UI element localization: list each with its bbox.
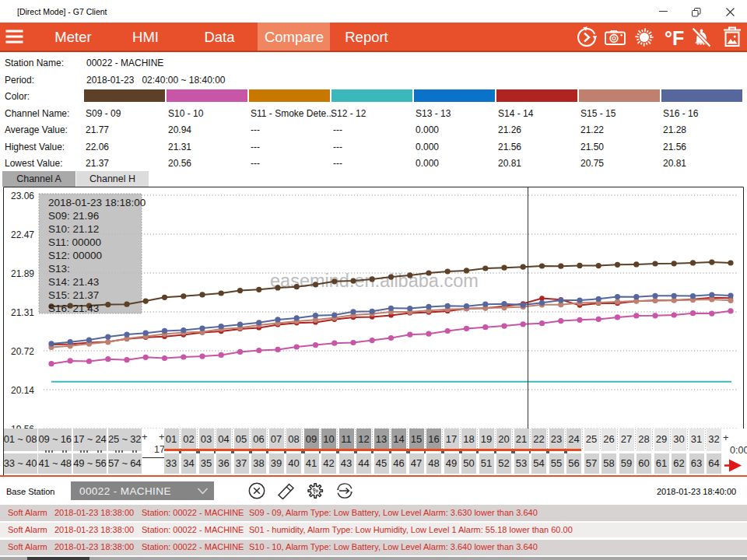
svg-text:22.47: 22.47 <box>11 229 34 240</box>
svg-text:20.72: 20.72 <box>11 346 34 357</box>
svg-text:21.31: 21.31 <box>11 307 34 318</box>
svg-text:S12: 00000: S12: 00000 <box>48 250 102 261</box>
svg-text:21.89: 21.89 <box>11 268 34 279</box>
svg-text:20.14: 20.14 <box>11 385 34 396</box>
svg-text:S14: 21.43: S14: 21.43 <box>48 276 99 288</box>
svg-text:S10: 21.12: S10: 21.12 <box>48 223 99 235</box>
svg-text:S09: 21.96: S09: 21.96 <box>48 210 99 222</box>
svg-text:S11: 00000: S11: 00000 <box>48 236 101 248</box>
svg-text:S15: 21.37: S15: 21.37 <box>48 289 99 301</box>
svg-text:S16: 21.43: S16: 21.43 <box>48 303 99 314</box>
svg-text:23.06: 23.06 <box>11 191 34 201</box>
svg-text:S13:: S13: <box>48 263 70 275</box>
svg-text:2018-01-23 18:18:00: 2018-01-23 18:18:00 <box>48 197 146 208</box>
